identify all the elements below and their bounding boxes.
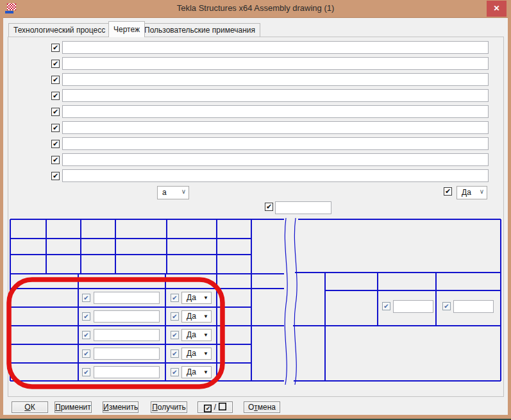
razrabotal-approve-dropdown[interactable]: Да	[181, 329, 212, 341]
sheets-checkbox[interactable]	[442, 302, 451, 310]
tab-user-notes[interactable]: Пользовательские примечания	[139, 23, 260, 37]
note-input-6[interactable]	[62, 121, 489, 134]
proveril-approve-checkbox[interactable]	[171, 312, 179, 321]
note-input-8[interactable]	[62, 153, 489, 166]
note-input-3[interactable]	[62, 73, 489, 86]
send-date-checkbox[interactable]	[265, 203, 273, 211]
tab-tech-process[interactable]: Технологический процесс	[8, 23, 110, 37]
note-checkbox-5[interactable]	[51, 108, 60, 116]
window-title: Tekla Structures x64 Assembly drawing (1…	[0, 3, 511, 13]
checked-box-icon	[204, 405, 212, 412]
utverdil-approve-dropdown[interactable]: Да	[181, 348, 212, 360]
get-button[interactable]: Получить	[151, 401, 187, 413]
toggle-all-checkboxes-button[interactable]: /	[197, 401, 233, 413]
utverdil-approve-checkbox[interactable]	[171, 349, 179, 358]
triangle-down-icon	[203, 295, 208, 301]
triangle-down-icon	[203, 351, 208, 357]
note-checkbox-6[interactable]	[51, 124, 60, 132]
approve-value: Да	[187, 293, 196, 302]
note-checkbox-3[interactable]	[51, 76, 60, 84]
razrabotal-input[interactable]	[94, 329, 160, 341]
note-checkbox-1[interactable]	[51, 44, 60, 52]
cancel-button[interactable]: Отмена	[244, 401, 280, 413]
ok-button[interactable]: ОК	[12, 401, 48, 413]
chevron-down-icon	[181, 188, 186, 195]
send-date-input[interactable]	[275, 201, 331, 214]
note-checkbox-9[interactable]	[51, 172, 60, 180]
approve-value: Да	[187, 349, 196, 358]
glkonstr-approve-dropdown[interactable]: Да	[181, 292, 212, 304]
note-input-9[interactable]	[62, 169, 489, 182]
proveril-approve-dropdown[interactable]: Да	[181, 310, 212, 323]
close-icon[interactable]: ✕	[487, 1, 507, 17]
chevron-down-icon	[480, 188, 484, 195]
approve-value: Да	[187, 330, 196, 339]
triangle-down-icon	[203, 314, 208, 319]
note-input-2[interactable]	[62, 57, 489, 70]
triangle-down-icon	[203, 332, 208, 338]
nkontrol-approve-checkbox[interactable]	[171, 368, 179, 376]
note-checkbox-2[interactable]	[51, 60, 60, 68]
tolerance-dropdown[interactable]: Да	[457, 186, 487, 199]
defaults-dropdown[interactable]: a	[157, 186, 189, 199]
nkontrol-approve-dropdown[interactable]: Да	[181, 366, 212, 378]
proveril-checkbox[interactable]	[82, 312, 90, 321]
note-input-5[interactable]	[62, 105, 489, 118]
defaults-value: a	[162, 188, 167, 197]
apply-button[interactable]: Применить	[54, 401, 92, 413]
approve-value: Да	[187, 312, 196, 321]
utverdil-checkbox[interactable]	[82, 349, 90, 358]
window-frame-right	[508, 17, 511, 416]
utverdil-input[interactable]	[94, 348, 160, 360]
sheets-input[interactable]	[453, 300, 494, 313]
razrabotal-checkbox[interactable]	[82, 331, 90, 339]
note-checkbox-4[interactable]	[51, 92, 60, 100]
tolerance-checkbox[interactable]	[444, 187, 452, 196]
razrabotal-approve-checkbox[interactable]	[171, 331, 179, 339]
window-frame-left	[0, 17, 3, 416]
tekla-dialog-window: Tekla Structures x64 Assembly drawing (1…	[0, 0, 511, 420]
tolerance-value: Да	[462, 188, 471, 197]
glkonstr-approve-checkbox[interactable]	[171, 294, 179, 302]
note-input-4[interactable]	[62, 89, 489, 102]
sheet-checkbox[interactable]	[382, 302, 390, 310]
triangle-down-icon	[203, 369, 208, 375]
nkontrol-checkbox[interactable]	[82, 368, 90, 376]
note-input-1[interactable]	[62, 41, 489, 54]
tab-drawing[interactable]: Чертеж	[108, 21, 145, 37]
sheet-input[interactable]	[393, 300, 433, 313]
glkonstr-input[interactable]	[94, 292, 160, 304]
proveril-input[interactable]	[94, 310, 160, 323]
note-checkbox-7[interactable]	[51, 140, 60, 148]
approve-value: Да	[187, 367, 196, 376]
unchecked-box-icon	[219, 403, 226, 410]
glkonstr-checkbox[interactable]	[82, 294, 90, 302]
nkontrol-input[interactable]	[94, 366, 160, 378]
modify-button[interactable]: Изменить	[103, 401, 138, 413]
note-checkbox-8[interactable]	[51, 156, 60, 164]
note-input-7[interactable]	[62, 137, 489, 150]
